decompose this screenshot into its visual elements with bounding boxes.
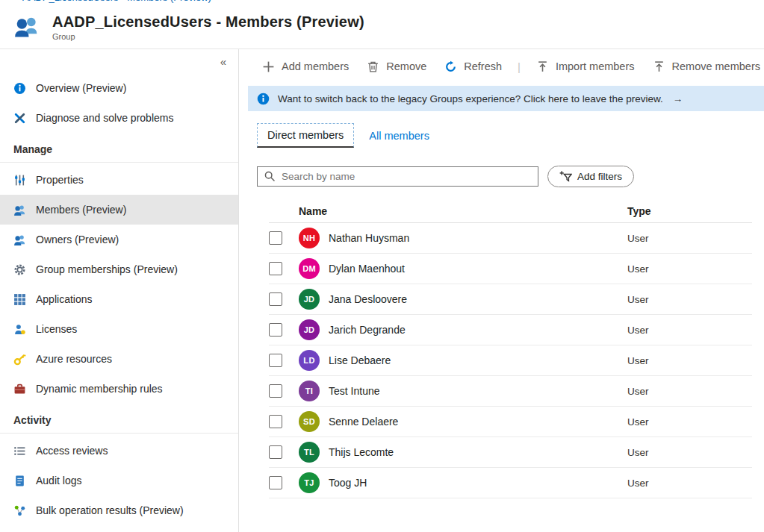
tab-direct-members[interactable]: Direct members — [257, 123, 354, 148]
sidebar: « Overview (Preview) Diagnose and solve … — [0, 49, 239, 532]
sidebar-item-audit-logs[interactable]: Audit logs — [0, 466, 238, 495]
import-arrow-icon — [536, 60, 549, 73]
row-checkbox[interactable] — [269, 262, 282, 275]
column-header-name: Name — [299, 205, 627, 217]
member-name[interactable]: Nathan Huysman — [329, 232, 627, 244]
member-type: User — [627, 233, 752, 244]
table-row[interactable]: TJ Toog JH User — [269, 468, 752, 498]
sidebar-item-azure-resources[interactable]: Azure resources — [0, 344, 238, 374]
avatar: TJ — [299, 472, 320, 493]
member-type: User — [627, 325, 752, 336]
refresh-label: Refresh — [464, 60, 502, 72]
remove-members-button[interactable]: Remove members — [646, 57, 764, 77]
table-row[interactable]: SD Senne Delaere User — [269, 407, 752, 437]
member-type: User — [627, 386, 752, 397]
sidebar-item-properties[interactable]: Properties — [0, 165, 238, 195]
table-row[interactable]: LD Lise Debaere User — [269, 345, 752, 376]
sidebar-item-label: Azure resources — [36, 353, 112, 365]
sidebar-item-label: Overview (Preview) — [36, 82, 126, 94]
briefcase-icon — [13, 383, 26, 395]
row-checkbox[interactable] — [269, 231, 282, 245]
main-content: Add members Remove — [239, 49, 764, 532]
row-checkbox[interactable] — [269, 415, 282, 428]
column-header-type: Type — [627, 205, 752, 217]
member-name[interactable]: Toog JH — [329, 477, 627, 489]
page-header: AADP_LicensedUsers - Members (Preview) G… — [0, 6, 764, 49]
sidebar-item-diagnose[interactable]: Diagnose and solve problems — [0, 103, 238, 133]
breadcrumb: AADP_LicensedUsers - Members (Preview) — [0, 0, 764, 6]
search-input[interactable] — [282, 171, 532, 182]
add-members-button[interactable]: Add members — [255, 57, 355, 77]
row-checkbox[interactable] — [269, 384, 282, 398]
row-checkbox[interactable] — [269, 476, 282, 489]
sidebar-item-overview[interactable]: Overview (Preview) — [0, 73, 238, 103]
row-checkbox[interactable] — [269, 323, 282, 337]
toolbar-separator: | — [513, 60, 525, 73]
sidebar-item-applications[interactable]: Applications — [0, 284, 238, 314]
table-header-row: Name Type — [269, 199, 752, 223]
members-people-icon — [13, 204, 26, 216]
page-title-block: AADP_LicensedUsers - Members (Preview) G… — [52, 13, 364, 41]
refresh-icon — [444, 60, 457, 73]
member-name[interactable]: Test Intune — [329, 385, 627, 397]
table-row[interactable]: TL Thijs Lecomte User — [269, 437, 752, 468]
trash-icon — [367, 60, 379, 73]
banner-info-icon — [257, 93, 270, 105]
add-filters-button[interactable]: Add filters — [547, 166, 634, 187]
member-name[interactable]: Thijs Lecomte — [329, 446, 627, 458]
refresh-button[interactable]: Refresh — [438, 57, 509, 77]
sidebar-item-dynamic-membership-rules[interactable]: Dynamic membership rules — [0, 374, 238, 404]
license-badge-icon — [13, 323, 26, 336]
avatar: DM — [299, 258, 320, 279]
sidebar-item-group-memberships[interactable]: Group memberships (Preview) — [0, 254, 238, 284]
member-name[interactable]: Senne Delaere — [329, 416, 627, 428]
sidebar-item-label: Group memberships (Preview) — [36, 263, 178, 275]
remove-button[interactable]: Remove — [360, 57, 433, 77]
info-icon — [13, 82, 26, 95]
table-row[interactable]: DM Dylan Maenhout User — [269, 254, 752, 284]
avatar: LD — [299, 350, 320, 371]
sidebar-section-manage: Manage — [0, 133, 238, 163]
key-icon — [13, 353, 26, 366]
table-row[interactable]: JD Jana Desloovere User — [269, 284, 752, 315]
sidebar-item-label: Applications — [36, 293, 93, 305]
table-row[interactable]: JD Jarich Degrande User — [269, 315, 752, 345]
member-name[interactable]: Lise Debaere — [329, 354, 627, 366]
body: « Overview (Preview) Diagnose and solve … — [0, 49, 764, 532]
add-members-label: Add members — [282, 60, 349, 72]
row-checkbox[interactable] — [269, 445, 282, 459]
row-checkbox[interactable] — [269, 292, 282, 306]
remove-members-label: Remove members — [672, 60, 760, 72]
row-checkbox[interactable] — [269, 354, 282, 367]
member-name[interactable]: Jana Desloovere — [329, 293, 627, 305]
avatar: JD — [299, 319, 320, 340]
avatar: NH — [299, 228, 320, 248]
sidebar-item-licenses[interactable]: Licenses — [0, 314, 238, 344]
member-name[interactable]: Jarich Degrande — [329, 324, 627, 336]
member-name[interactable]: Dylan Maenhout — [329, 263, 627, 275]
sidebar-item-owners[interactable]: Owners (Preview) — [0, 225, 238, 254]
member-type: User — [627, 416, 752, 428]
sidebar-item-label: Access reviews — [36, 445, 108, 457]
sidebar-item-label: Owners (Preview) — [36, 234, 119, 245]
sidebar-item-members[interactable]: Members (Preview) — [0, 195, 238, 225]
sidebar-item-label: Dynamic membership rules — [36, 383, 163, 395]
diagnose-tools-icon — [13, 112, 26, 125]
member-type: User — [627, 355, 752, 366]
member-type: User — [627, 478, 752, 489]
table-row[interactable]: TI Test Intune User — [269, 376, 752, 407]
legacy-experience-banner[interactable]: Want to switch back to the legacy Groups… — [248, 86, 764, 111]
document-icon — [13, 475, 26, 487]
sidebar-collapse-button[interactable]: « — [0, 49, 238, 73]
import-members-button[interactable]: Import members — [529, 57, 642, 77]
table-row[interactable]: NH Nathan Huysman User — [269, 223, 752, 254]
sidebar-item-access-reviews[interactable]: Access reviews — [0, 436, 238, 466]
sidebar-item-label: Audit logs — [36, 475, 81, 486]
plus-icon — [262, 60, 275, 73]
cluster-icon — [13, 504, 26, 517]
sidebar-section-activity: Activity — [0, 404, 238, 434]
banner-text[interactable]: Want to switch back to the legacy Groups… — [278, 93, 663, 104]
sidebar-item-bulk-operation-results[interactable]: Bulk operation results (Preview) — [0, 495, 238, 525]
avatar: JD — [299, 289, 320, 310]
tab-all-members[interactable]: All members — [369, 130, 429, 142]
